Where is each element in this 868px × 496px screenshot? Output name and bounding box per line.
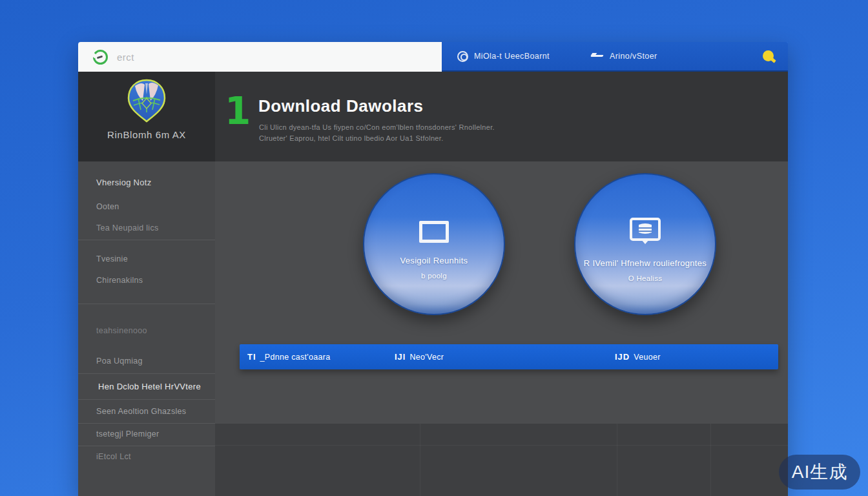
top-bar: MiOla-t UeecBoarnt Arino/vStoer [78,42,788,72]
bar-item-icon: TI [247,352,256,362]
app-window: MiOla-t UeecBoarnt Arino/vStoer [78,42,788,496]
sidebar-item-poa-uqmiag[interactable]: Poa Uqmiag [96,356,210,366]
monitor-drive-icon [628,217,662,245]
sidebar-header: RinBlomh 6m AX [78,72,215,161]
sidebar-item-chirenakilns[interactable]: Chirenakilns [96,276,210,285]
circle-sublabel: b poolg [421,272,447,280]
bar-item-icon: IJl [395,352,406,362]
sidebar-item-version-notes[interactable]: Vhersiog Notz [96,178,210,187]
sidebar-item-seen-aeoltion[interactable]: Seen Aeoltion Ghazsles [96,407,210,416]
bar-item-label: Veuoer [634,353,660,362]
page-subtitle: Cli Ulicn dyean-tfa Us fiypen co/Con eom… [259,122,495,143]
ai-generated-watermark: AI生成 [779,455,860,490]
step-one-marker: 1 [225,92,251,130]
top-nav: MiOla-t UeecBoarnt Arino/vStoer [442,42,788,72]
grid-divider [420,424,420,496]
sidebar-item-tvesinie[interactable]: Tvesinie [96,254,210,264]
sidebar: RinBlomh 6m AX Vhersiog Notz Ooten Tea N… [78,72,215,496]
gauge-icon [93,50,108,65]
nav-item-dashboard[interactable]: MiOla-t UeecBoarnt [457,42,550,70]
sidebar-item-ooten[interactable]: Ooten [96,202,210,211]
sidebar-divider [78,446,215,446]
footer-grid [215,423,788,496]
sidebar-item-tsetegjl[interactable]: tsetegjl Plemiger [96,429,210,439]
action-bar-item-3[interactable]: IJD Veuoer [615,344,661,369]
sidebar-divider [78,423,215,424]
download-action-bar: TI _Pdnne cast'oaara IJl Neo'Vecr IJD Ve… [240,344,778,369]
badge-icon [457,51,468,62]
bar-item-icon: IJD [615,352,630,362]
sidebar-item-tea-neupaid[interactable]: Tea Neupaid lics [96,223,210,232]
sidebar-divider [78,399,215,400]
search-input[interactable] [117,52,388,63]
sidebar-divider [78,240,215,240]
download-option-server[interactable]: R IVemil' Hfnehw rouliefrogntes O Healis… [574,173,716,315]
action-bar-item-1[interactable]: TI _Pdnne cast'oaara [247,344,331,369]
grid-divider [710,424,711,496]
main-content: 1 Download Dawolars Cli Ulicn dyean-tfa … [215,72,788,496]
nav-item-store[interactable]: Arino/vStoer [591,42,657,70]
sidebar-item-teahsinenooo[interactable]: teahsinenooo [96,326,210,335]
monitor-icon [419,221,449,243]
app-name: RinBlomh 6m AX [78,129,215,140]
bar-item-label: Neo'Vecr [409,353,444,362]
search-bar [78,42,442,72]
sidebar-divider [78,373,215,374]
shuttlecock-emblem-icon [125,79,168,123]
bar-item-label: _Pdnne cast'oaara [260,353,331,362]
circle-label: Vesigoil Reunhits [400,256,468,265]
nav-item-label: Arino/vStoer [610,52,657,61]
main-header: 1 Download Dawolars Cli Ulicn dyean-tfa … [215,72,788,161]
magnifier-icon[interactable] [763,50,774,61]
page-title: Download Dawolars [258,96,424,116]
grid-divider [617,424,617,496]
download-option-desktop[interactable]: Vesigoil Reunhits b poolg [363,173,505,315]
subtitle-line-1: Cli Ulicn dyean-tfa Us fiypen co/Con eom… [259,122,495,133]
flag-icon [591,52,604,60]
grid-divider [215,445,788,446]
circle-sublabel: O Healiss [628,274,663,282]
nav-item-label: MiOla-t UeecBoarnt [474,52,550,61]
sidebar-item-hen-dclob[interactable]: Hen Dclob Hetel HrVVtere [98,382,210,391]
action-bar-item-2[interactable]: IJl Neo'Vecr [395,344,444,369]
sidebar-item-ietcol[interactable]: iEtcol Lct [96,452,210,461]
circle-label: R IVemil' Hfnehw rouliefrogntes [584,258,707,268]
subtitle-line-2: Clrueter' Eaprou, htel Cilt utino lbedio… [259,133,495,144]
sidebar-divider [78,304,215,304]
